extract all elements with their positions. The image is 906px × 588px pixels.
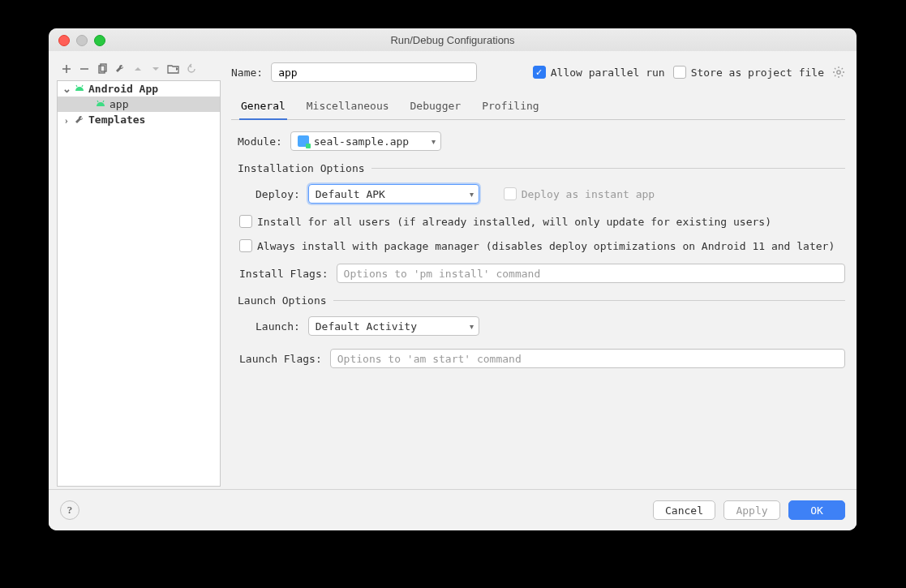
checkbox-icon <box>239 239 252 252</box>
window-controls <box>58 35 105 46</box>
add-icon[interactable] <box>60 62 73 75</box>
remove-icon[interactable] <box>78 62 91 75</box>
config-panel: Name: Allow parallel run Store as projec… <box>231 62 845 487</box>
checkbox-label: Always install with package manager (dis… <box>257 240 835 252</box>
deploy-value: Default APK <box>316 188 385 200</box>
minimize-icon[interactable] <box>76 35 88 46</box>
tree-node-android-app[interactable]: ⌄ Android App <box>58 81 220 97</box>
launch-combo[interactable]: Default Activity ▾ <box>308 316 479 336</box>
maximize-icon[interactable] <box>94 35 105 46</box>
config-tree[interactable]: ⌄ Android App app › Templates <box>57 80 221 487</box>
allow-parallel-checkbox[interactable]: Allow parallel run <box>533 66 665 79</box>
cancel-button[interactable]: Cancel <box>653 500 715 520</box>
checkbox-label: Allow parallel run <box>551 67 665 79</box>
dialog-body: ⌄ Android App app › Templates Name: <box>49 51 857 530</box>
module-combo[interactable]: seal-sample.app ▾ <box>290 131 441 151</box>
launch-label: Launch: <box>255 320 300 333</box>
name-field[interactable] <box>271 62 477 82</box>
chevron-down-icon[interactable]: ⌄ <box>62 83 71 96</box>
launch-flags-field[interactable] <box>330 349 845 368</box>
checkbox-label: Install for all users (if already instal… <box>257 216 771 228</box>
module-label: Module: <box>238 135 282 148</box>
help-button[interactable]: ? <box>60 500 79 520</box>
divider <box>333 300 845 301</box>
deploy-combo[interactable]: Default APK ▾ <box>308 184 479 204</box>
divider <box>371 168 845 169</box>
tab-profiling[interactable]: Profiling <box>480 95 540 119</box>
tree-node-app[interactable]: app <box>58 97 220 112</box>
move-down-icon[interactable] <box>149 62 162 75</box>
tree-label: Templates <box>88 114 145 126</box>
checkbox-icon <box>239 215 252 228</box>
tree-label: app <box>109 98 128 110</box>
checkbox-label: Store as project file <box>691 67 824 79</box>
checkbox-icon <box>673 66 686 79</box>
module-value: seal-sample.app <box>314 135 409 148</box>
chevron-down-icon: ▾ <box>470 190 474 199</box>
checkbox-icon <box>504 187 517 200</box>
launch-options-section: Launch Options Launch: Default Activity … <box>231 294 845 368</box>
general-form: Module: seal-sample.app ▾ Installation O… <box>231 120 845 368</box>
gear-icon[interactable] <box>832 66 845 79</box>
chevron-down-icon: ▾ <box>432 137 436 146</box>
module-icon <box>298 135 309 147</box>
section-heading: Installation Options <box>238 162 365 174</box>
launch-flags-label: Launch Flags: <box>239 353 322 365</box>
revert-icon[interactable] <box>185 62 198 75</box>
apply-button[interactable]: Apply <box>724 500 780 520</box>
tab-miscellaneous[interactable]: Miscellaneous <box>305 95 391 119</box>
titlebar: Run/Debug Configurations <box>49 28 857 52</box>
checkbox-icon <box>533 66 546 79</box>
deploy-instant-app-checkbox: Deploy as instant app <box>504 187 655 200</box>
chevron-right-icon[interactable]: › <box>62 114 71 127</box>
window-title: Run/Debug Configurations <box>390 34 514 46</box>
tab-general[interactable]: General <box>239 95 287 120</box>
android-icon <box>74 84 85 95</box>
name-label: Name: <box>231 67 263 79</box>
always-pkg-manager-checkbox[interactable]: Always install with package manager (dis… <box>239 239 835 252</box>
installation-options-section: Installation Options Deploy: Default APK… <box>231 162 845 283</box>
svg-point-2 <box>837 71 840 74</box>
launch-value: Default Activity <box>316 320 417 333</box>
tab-debugger[interactable]: Debugger <box>409 95 463 119</box>
store-as-file-checkbox[interactable]: Store as project file <box>673 66 824 79</box>
config-toolbar <box>60 62 198 75</box>
ok-button[interactable]: OK <box>788 500 845 520</box>
close-icon[interactable] <box>58 35 70 46</box>
install-flags-label: Install Flags: <box>239 268 328 280</box>
chevron-down-icon: ▾ <box>470 322 474 331</box>
folder-out-icon[interactable] <box>167 62 180 75</box>
config-tabs: General Miscellaneous Debugger Profiling <box>231 95 845 120</box>
name-row: Name: Allow parallel run Store as projec… <box>231 62 845 82</box>
section-heading: Launch Options <box>238 294 327 307</box>
settings-wrench-icon[interactable] <box>114 62 127 75</box>
move-up-icon[interactable] <box>131 62 144 75</box>
dialog-footer: ? Cancel Apply OK <box>49 489 857 530</box>
wrench-icon <box>74 114 85 126</box>
install-all-users-checkbox[interactable]: Install for all users (if already instal… <box>239 215 771 228</box>
install-flags-field[interactable] <box>337 264 845 283</box>
android-icon <box>95 99 106 110</box>
deploy-label: Deploy: <box>255 188 300 200</box>
run-debug-config-window: Run/Debug Configurations ⌄ Android App <box>49 28 857 530</box>
checkbox-label: Deploy as instant app <box>522 188 655 200</box>
tree-node-templates[interactable]: › Templates <box>58 112 220 127</box>
module-row: Module: seal-sample.app ▾ <box>231 131 845 151</box>
copy-icon[interactable] <box>96 62 109 75</box>
tree-label: Android App <box>88 83 158 95</box>
